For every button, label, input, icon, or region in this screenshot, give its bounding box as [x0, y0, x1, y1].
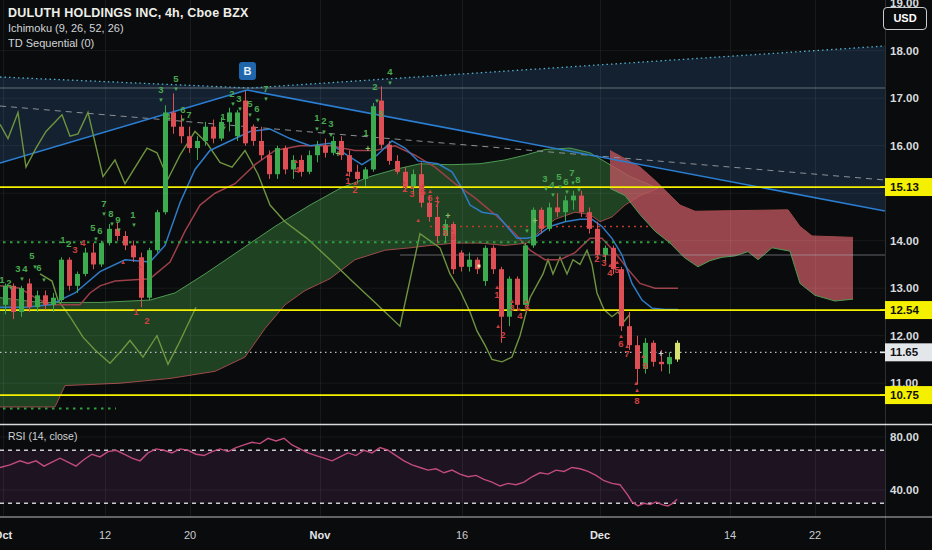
svg-text:7: 7 — [624, 348, 629, 359]
svg-text:▲: ▲ — [420, 182, 426, 188]
svg-text:3: 3 — [15, 263, 20, 274]
svg-text:▼: ▼ — [116, 227, 122, 233]
svg-text:8: 8 — [108, 208, 113, 219]
svg-text:▲: ▲ — [409, 184, 415, 190]
svg-text:▲: ▲ — [634, 387, 640, 393]
svg-text:▼: ▼ — [131, 222, 137, 228]
svg-text:1: 1 — [133, 306, 139, 317]
svg-text:7: 7 — [569, 167, 574, 178]
svg-text:▼: ▼ — [180, 117, 186, 123]
svg-text:▼: ▼ — [19, 276, 25, 282]
svg-text:3: 3 — [378, 108, 383, 119]
svg-text:▲: ▲ — [120, 259, 126, 265]
svg-text:▲: ▲ — [434, 194, 440, 200]
svg-text:▼: ▼ — [32, 264, 38, 270]
svg-text:1: 1 — [130, 209, 136, 220]
svg-text:1: 1 — [220, 111, 226, 122]
chart-canvas[interactable]: 1234561256789134567123567123123434567834… — [0, 0, 932, 550]
svg-text:▲: ▲ — [495, 323, 501, 329]
svg-text:2: 2 — [321, 115, 326, 126]
svg-text:4: 4 — [22, 263, 28, 274]
svg-text:▲: ▲ — [344, 171, 350, 177]
svg-text:3: 3 — [72, 244, 77, 255]
svg-text:4: 4 — [165, 111, 171, 122]
svg-text:▼: ▼ — [237, 106, 243, 112]
svg-text:5: 5 — [556, 171, 562, 182]
svg-text:+: + — [445, 211, 450, 221]
svg-text:▲: ▲ — [293, 158, 299, 164]
svg-text:▼: ▼ — [221, 125, 227, 131]
svg-text:6: 6 — [254, 103, 259, 114]
svg-text:▲: ▲ — [415, 217, 421, 223]
svg-text:3: 3 — [158, 84, 163, 95]
svg-text:1: 1 — [363, 127, 369, 138]
svg-text:▼: ▼ — [328, 132, 334, 138]
svg-text:▼: ▼ — [387, 80, 393, 86]
svg-text:+: + — [658, 349, 663, 359]
svg-text:2: 2 — [144, 315, 149, 326]
svg-text:5: 5 — [614, 264, 620, 275]
svg-text:+: + — [335, 149, 340, 159]
svg-text:▲: ▲ — [516, 306, 522, 312]
svg-text:2: 2 — [229, 88, 234, 99]
svg-text:5: 5 — [90, 222, 96, 233]
svg-text:▼: ▼ — [374, 98, 380, 104]
svg-text:2: 2 — [500, 329, 505, 340]
svg-text:4: 4 — [80, 237, 86, 248]
tradingview-chart-window: 1234561256789134567123567123123434567834… — [0, 0, 932, 550]
svg-text:▼: ▼ — [255, 117, 261, 123]
svg-text:▲: ▲ — [594, 248, 600, 254]
svg-text:3: 3 — [328, 118, 333, 129]
svg-text:▲: ▲ — [441, 223, 447, 229]
svg-text:5: 5 — [29, 250, 35, 261]
price-axis[interactable] — [885, 0, 932, 518]
time-axis[interactable] — [0, 518, 932, 550]
svg-text:4: 4 — [387, 66, 393, 77]
svg-text:▲: ▲ — [607, 262, 613, 268]
svg-text:▼: ▼ — [576, 187, 582, 193]
svg-text:▲: ▲ — [137, 263, 143, 269]
svg-text:3: 3 — [601, 257, 606, 268]
svg-text:▲: ▲ — [614, 259, 620, 265]
svg-text:9: 9 — [115, 214, 120, 225]
svg-text:▲: ▲ — [352, 180, 358, 186]
svg-text:3: 3 — [542, 173, 547, 184]
svg-text:▲: ▲ — [509, 298, 515, 304]
svg-text:▼: ▼ — [314, 126, 320, 132]
svg-text:1: 1 — [494, 289, 500, 300]
svg-text:▼: ▼ — [101, 211, 107, 217]
svg-text:▲: ▲ — [640, 353, 646, 359]
svg-text:6: 6 — [97, 225, 102, 236]
svg-text:▼: ▼ — [543, 186, 549, 192]
svg-text:▼: ▼ — [557, 184, 563, 190]
svg-text:4: 4 — [294, 164, 300, 175]
svg-text:▲: ▲ — [449, 227, 455, 233]
svg-text:▼: ▼ — [524, 228, 530, 234]
svg-text:5: 5 — [173, 73, 179, 84]
svg-text:▼: ▼ — [230, 101, 236, 107]
svg-text:▲: ▲ — [494, 284, 500, 290]
svg-text:1: 1 — [0, 274, 5, 285]
svg-text:▼: ▼ — [564, 189, 570, 195]
svg-text:▲: ▲ — [523, 298, 529, 304]
svg-text:4: 4 — [607, 267, 613, 278]
svg-text:6: 6 — [180, 104, 185, 115]
svg-text:▲: ▲ — [624, 343, 630, 349]
svg-text:2: 2 — [594, 253, 599, 264]
svg-text:▲: ▲ — [601, 252, 607, 258]
svg-text:+: + — [532, 216, 537, 226]
svg-text:2: 2 — [66, 238, 71, 249]
svg-text:7: 7 — [263, 83, 268, 94]
svg-text:▼: ▼ — [263, 96, 269, 102]
svg-text:9: 9 — [642, 360, 647, 371]
svg-text:▼: ▼ — [109, 221, 115, 227]
svg-text:1: 1 — [314, 112, 320, 123]
svg-text:▲: ▲ — [401, 179, 407, 185]
svg-text:▼: ▼ — [41, 277, 47, 283]
svg-text:▼: ▼ — [247, 112, 253, 118]
svg-text:▼: ▼ — [570, 180, 576, 186]
svg-text:▼: ▼ — [173, 86, 179, 92]
svg-text:8: 8 — [575, 174, 580, 185]
rsi-indicator-label[interactable]: RSI (14, close) — [8, 430, 77, 442]
pattern-b-badge[interactable]: B — [239, 62, 256, 80]
